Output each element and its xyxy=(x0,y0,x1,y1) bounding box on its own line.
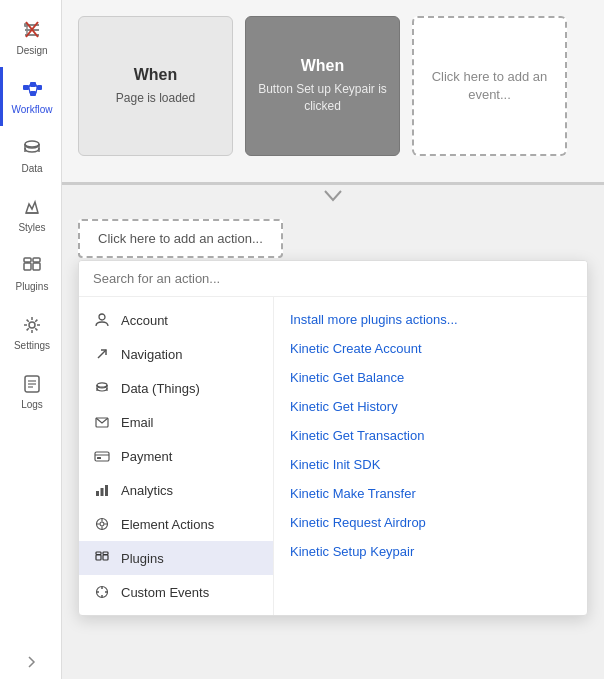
category-item-email[interactable]: Email xyxy=(79,405,273,439)
workflow-icon xyxy=(20,77,44,101)
category-item-account[interactable]: Account xyxy=(79,303,273,337)
action-item-kinetic-history[interactable]: Kinetic Get History xyxy=(274,392,587,421)
analytics-icon xyxy=(93,481,111,499)
sidebar-item-design-label: Design xyxy=(16,45,47,57)
payment-icon xyxy=(93,447,111,465)
category-custom-events-label: Custom Events xyxy=(121,585,209,600)
sidebar-item-design[interactable]: Design xyxy=(0,8,61,67)
action-item-kinetic-init[interactable]: Kinetic Init SDK xyxy=(274,450,587,479)
data-icon xyxy=(20,136,44,160)
dropdown-body: Account Navigation xyxy=(79,297,587,615)
svg-rect-20 xyxy=(33,263,40,270)
svg-rect-35 xyxy=(95,452,109,461)
svg-rect-8 xyxy=(30,82,36,87)
category-email-label: Email xyxy=(121,415,154,430)
navigation-icon xyxy=(93,345,111,363)
category-payment-label: Payment xyxy=(121,449,172,464)
sidebar-item-settings-label: Settings xyxy=(14,340,50,352)
svg-rect-10 xyxy=(37,85,42,90)
action-item-kinetic-create[interactable]: Kinetic Create Account xyxy=(274,334,587,363)
event-card-button-title: When xyxy=(301,57,345,75)
svg-line-14 xyxy=(36,88,37,94)
svg-rect-19 xyxy=(24,263,31,270)
event-card-page-loaded[interactable]: When Page is loaded xyxy=(78,16,233,156)
svg-point-31 xyxy=(97,383,107,387)
event-card-button-sub: Button Set up Keypair is clicked xyxy=(246,81,399,115)
action-item-kinetic-keypair[interactable]: Kinetic Setup Keypair xyxy=(274,537,587,566)
logs-icon xyxy=(20,372,44,396)
category-item-custom-events[interactable]: Custom Events xyxy=(79,575,273,609)
custom-events-icon xyxy=(93,583,111,601)
action-item-kinetic-transaction[interactable]: Kinetic Get Transaction xyxy=(274,421,587,450)
svg-rect-40 xyxy=(105,485,108,496)
svg-rect-37 xyxy=(97,457,101,459)
category-item-data[interactable]: Data (Things) xyxy=(79,371,273,405)
design-icon xyxy=(20,18,44,42)
action-list: Install more plugins actions... Kinetic … xyxy=(274,297,587,615)
category-plugins-label: Plugins xyxy=(121,551,164,566)
plugins-category-icon xyxy=(93,549,111,567)
category-item-analytics[interactable]: Analytics xyxy=(79,473,273,507)
event-card-add-sub: Click here to add an event... xyxy=(414,68,565,104)
svg-rect-50 xyxy=(103,552,108,555)
svg-rect-22 xyxy=(33,258,40,262)
category-item-payment[interactable]: Payment xyxy=(79,439,273,473)
element-actions-icon xyxy=(93,515,111,533)
event-card-add-event[interactable]: Click here to add an event... xyxy=(412,16,567,156)
sidebar-item-styles[interactable]: Styles xyxy=(0,185,61,244)
event-card-page-loaded-sub: Page is loaded xyxy=(116,90,195,107)
event-card-button-keypair[interactable]: When Button Set up Keypair is clicked xyxy=(245,16,400,156)
account-icon xyxy=(93,311,111,329)
main-content: When Page is loaded When Button Set up K… xyxy=(62,0,604,679)
add-action-button[interactable]: Click here to add an action... xyxy=(78,219,283,258)
plugins-icon xyxy=(20,254,44,278)
svg-point-15 xyxy=(25,141,39,147)
category-item-navigation[interactable]: Navigation xyxy=(79,337,273,371)
email-icon xyxy=(93,413,111,431)
svg-line-11 xyxy=(29,85,30,88)
category-element-actions-label: Element Actions xyxy=(121,517,214,532)
sidebar: Design Workflow xyxy=(0,0,62,679)
sidebar-item-styles-label: Styles xyxy=(18,222,45,234)
category-item-plugins[interactable]: Plugins xyxy=(79,541,273,575)
svg-rect-48 xyxy=(103,555,108,560)
sidebar-item-plugins-label: Plugins xyxy=(16,281,49,293)
sidebar-item-logs-label: Logs xyxy=(21,399,43,411)
svg-point-30 xyxy=(99,314,105,320)
svg-rect-49 xyxy=(96,552,101,555)
sidebar-item-logs[interactable]: Logs xyxy=(0,362,61,421)
sidebar-item-data-label: Data xyxy=(21,163,42,175)
settings-icon xyxy=(20,313,44,337)
svg-line-12 xyxy=(29,88,30,94)
action-dropdown: Account Navigation xyxy=(78,260,588,616)
category-item-element-actions[interactable]: Element Actions xyxy=(79,507,273,541)
svg-rect-39 xyxy=(101,488,104,496)
styles-icon xyxy=(20,195,44,219)
svg-rect-47 xyxy=(96,555,101,560)
sidebar-expand-btn[interactable] xyxy=(16,645,46,679)
data-things-icon xyxy=(93,379,111,397)
svg-line-13 xyxy=(36,85,37,88)
action-item-kinetic-balance[interactable]: Kinetic Get Balance xyxy=(274,363,587,392)
svg-rect-9 xyxy=(30,91,36,96)
svg-rect-38 xyxy=(96,491,99,496)
svg-point-42 xyxy=(100,522,104,526)
action-item-kinetic-airdrop[interactable]: Kinetic Request Airdrop xyxy=(274,508,587,537)
svg-rect-21 xyxy=(24,258,31,262)
category-navigation-label: Navigation xyxy=(121,347,182,362)
sidebar-item-settings[interactable]: Settings xyxy=(0,303,61,362)
action-search-input[interactable] xyxy=(79,261,587,297)
svg-rect-7 xyxy=(23,85,29,90)
event-card-page-loaded-title: When xyxy=(134,66,178,84)
sidebar-item-data[interactable]: Data xyxy=(0,126,61,185)
sidebar-item-workflow[interactable]: Workflow xyxy=(0,67,61,126)
category-analytics-label: Analytics xyxy=(121,483,173,498)
workflow-area: When Page is loaded When Button Set up K… xyxy=(62,0,604,185)
action-item-kinetic-transfer[interactable]: Kinetic Make Transfer xyxy=(274,479,587,508)
sidebar-item-plugins[interactable]: Plugins xyxy=(0,244,61,303)
category-account-label: Account xyxy=(121,313,168,328)
action-item-install-more[interactable]: Install more plugins actions... xyxy=(274,305,587,334)
flow-arrow xyxy=(62,185,604,207)
category-list: Account Navigation xyxy=(79,297,274,615)
sidebar-item-workflow-label: Workflow xyxy=(12,104,53,116)
